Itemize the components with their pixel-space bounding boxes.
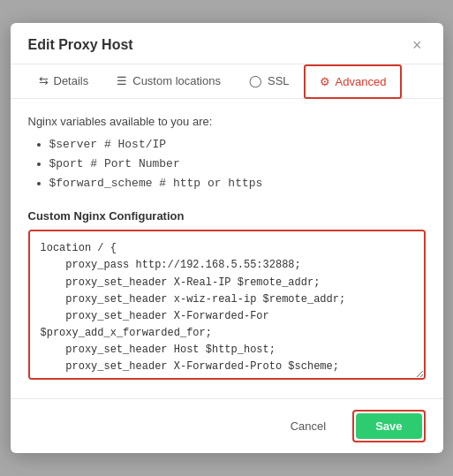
list-item: $server # Host/IP <box>49 135 426 155</box>
modal-body: Nginx variables available to you are: $s… <box>11 99 443 398</box>
tab-ssl-label: SSL <box>268 74 290 87</box>
tab-advanced[interactable]: ⚙ Advanced <box>304 64 403 99</box>
save-button[interactable]: Save <box>356 413 421 439</box>
custom-locations-icon: ☰ <box>117 74 127 87</box>
tab-custom-locations-label: Custom locations <box>132 74 221 87</box>
tab-bar: ⇆ Details ☰ Custom locations ◯ SSL ⚙ Adv… <box>11 64 443 99</box>
save-button-wrapper: Save <box>352 410 425 442</box>
modal-header: Edit Proxy Host × <box>11 23 443 64</box>
list-item: $forward_scheme # http or https <box>49 174 426 193</box>
config-textarea[interactable] <box>28 230 426 380</box>
modal-footer: Cancel Save <box>11 398 443 453</box>
tab-details-label: Details <box>54 74 89 87</box>
info-text: Nginx variables available to you are: <box>28 115 426 128</box>
close-button[interactable]: × <box>409 37 426 53</box>
list-item: $port # Port Number <box>49 155 426 174</box>
modal-overlay: Edit Proxy Host × ⇆ Details ☰ Custom loc… <box>0 0 453 476</box>
tab-advanced-label: Advanced <box>336 75 387 88</box>
tab-custom-locations[interactable]: ☰ Custom locations <box>102 64 235 99</box>
config-section-label: Custom Nginx Configuration <box>28 209 426 223</box>
modal-title: Edit Proxy Host <box>28 37 133 53</box>
tab-ssl[interactable]: ◯ SSL <box>235 64 304 99</box>
ssl-icon: ◯ <box>249 74 262 87</box>
gear-icon: ⚙ <box>320 75 330 88</box>
cancel-button[interactable]: Cancel <box>273 410 344 442</box>
variables-list: $server # Host/IP $port # Port Number $f… <box>28 135 426 193</box>
details-icon: ⇆ <box>39 74 49 87</box>
edit-proxy-host-modal: Edit Proxy Host × ⇆ Details ☰ Custom loc… <box>11 23 443 453</box>
tab-details[interactable]: ⇆ Details <box>25 64 103 99</box>
